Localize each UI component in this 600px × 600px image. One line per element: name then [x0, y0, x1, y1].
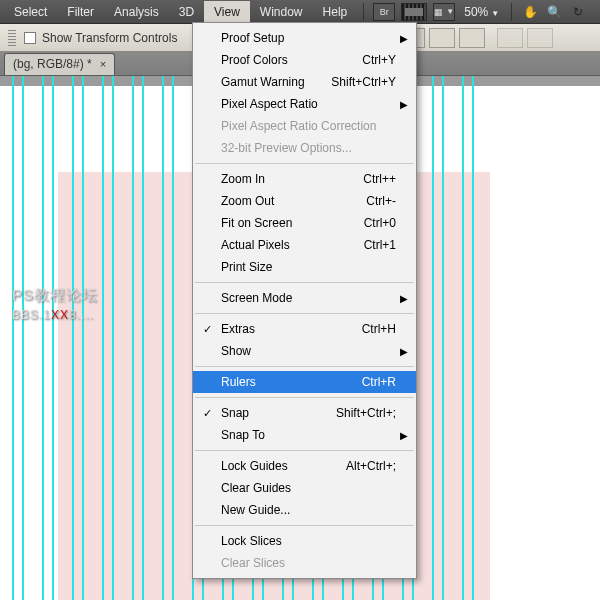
zoom-level[interactable]: 50%▼: [464, 5, 499, 19]
check-icon: ✓: [203, 323, 212, 336]
menu-item-32-bit-preview-options-: 32-bit Preview Options...: [193, 137, 416, 159]
guide-line: [462, 76, 464, 600]
zoom-tool-icon[interactable]: 🔍: [544, 3, 564, 21]
menu-shortcut: Shift+Ctrl+Y: [331, 75, 396, 89]
menu-item-rulers[interactable]: RulersCtrl+R: [193, 371, 416, 393]
guide-line: [112, 76, 114, 600]
menu-item-label: Lock Slices: [221, 534, 396, 548]
menu-divider: [195, 397, 414, 398]
menu-item-label: Clear Slices: [221, 556, 396, 570]
menu-analysis[interactable]: Analysis: [104, 1, 169, 23]
menu-item-proof-setup[interactable]: Proof Setup▶: [193, 27, 416, 49]
guide-line: [142, 76, 144, 600]
menu-item-label: Pixel Aspect Ratio Correction: [221, 119, 396, 133]
menu-item-gamut-warning[interactable]: Gamut WarningShift+Ctrl+Y: [193, 71, 416, 93]
menu-item-snap-to[interactable]: Snap To▶: [193, 424, 416, 446]
menu-item-label: Zoom Out: [221, 194, 366, 208]
view-menu-dropdown: Proof Setup▶Proof ColorsCtrl+YGamut Warn…: [192, 22, 417, 579]
menu-item-label: Fit on Screen: [221, 216, 364, 230]
document-tab[interactable]: (bg, RGB/8#) * ×: [4, 53, 115, 75]
align-button[interactable]: [459, 28, 485, 48]
distribute-button[interactable]: [527, 28, 553, 48]
menu-item-label: Extras: [221, 322, 362, 336]
guide-line: [22, 76, 24, 600]
watermark-line1: PS教程论坛: [12, 286, 98, 305]
menu-item-lock-guides[interactable]: Lock GuidesAlt+Ctrl+;: [193, 455, 416, 477]
menu-shortcut: Ctrl+-: [366, 194, 396, 208]
menu-select[interactable]: Select: [4, 1, 57, 23]
guide-line: [172, 76, 174, 600]
guide-line: [12, 76, 14, 600]
menu-bar: Select Filter Analysis 3D View Window He…: [0, 0, 600, 24]
menu-3d[interactable]: 3D: [169, 1, 204, 23]
mini-bridge-button[interactable]: [401, 3, 427, 21]
align-button[interactable]: [429, 28, 455, 48]
submenu-arrow-icon: ▶: [400, 430, 408, 441]
menu-item-lock-slices[interactable]: Lock Slices: [193, 530, 416, 552]
menu-filter[interactable]: Filter: [57, 1, 104, 23]
menu-help[interactable]: Help: [313, 1, 358, 23]
menu-window[interactable]: Window: [250, 1, 313, 23]
menu-divider: [195, 366, 414, 367]
menu-item-proof-colors[interactable]: Proof ColorsCtrl+Y: [193, 49, 416, 71]
guide-line: [442, 76, 444, 600]
menu-divider: [195, 282, 414, 283]
rotate-view-icon[interactable]: ↻: [568, 3, 588, 21]
guide-line: [432, 76, 434, 600]
menu-item-label: Screen Mode: [221, 291, 396, 305]
submenu-arrow-icon: ▶: [400, 293, 408, 304]
menu-item-print-size[interactable]: Print Size: [193, 256, 416, 278]
menu-shortcut: Alt+Ctrl+;: [346, 459, 396, 473]
check-icon: ✓: [203, 407, 212, 420]
distribute-button[interactable]: [497, 28, 523, 48]
submenu-arrow-icon: ▶: [400, 33, 408, 44]
menu-item-label: Clear Guides: [221, 481, 396, 495]
guide-line: [472, 76, 474, 600]
menu-view[interactable]: View: [204, 1, 250, 23]
menu-item-extras[interactable]: ✓ExtrasCtrl+H: [193, 318, 416, 340]
watermark-line2: BBS.1XX8....: [12, 305, 98, 322]
separator: [511, 3, 512, 21]
menu-item-show[interactable]: Show▶: [193, 340, 416, 362]
menu-divider: [195, 313, 414, 314]
menu-item-actual-pixels[interactable]: Actual PixelsCtrl+1: [193, 234, 416, 256]
guide-line: [72, 76, 74, 600]
guide-line: [42, 76, 44, 600]
menu-item-label: Snap To: [221, 428, 396, 442]
menu-shortcut: Ctrl+H: [362, 322, 396, 336]
menu-item-pixel-aspect-ratio[interactable]: Pixel Aspect Ratio▶: [193, 93, 416, 115]
menu-shortcut: Ctrl++: [363, 172, 396, 186]
menu-item-fit-on-screen[interactable]: Fit on ScreenCtrl+0: [193, 212, 416, 234]
menu-item-new-guide-[interactable]: New Guide...: [193, 499, 416, 521]
view-extras-button[interactable]: ▦▼: [433, 3, 455, 21]
tab-label: (bg, RGB/8#) *: [13, 57, 92, 71]
menu-item-label: Proof Setup: [221, 31, 396, 45]
watermark: PS教程论坛 BBS.1XX8....: [12, 286, 98, 322]
submenu-arrow-icon: ▶: [400, 99, 408, 110]
menu-item-label: Print Size: [221, 260, 396, 274]
show-transform-checkbox[interactable]: [24, 32, 36, 44]
menu-item-clear-guides[interactable]: Clear Guides: [193, 477, 416, 499]
bridge-button[interactable]: Br: [373, 3, 395, 21]
menu-item-screen-mode[interactable]: Screen Mode▶: [193, 287, 416, 309]
menu-item-label: Gamut Warning: [221, 75, 331, 89]
menu-shortcut: Ctrl+Y: [362, 53, 396, 67]
menu-item-label: New Guide...: [221, 503, 396, 517]
menu-shortcut: Ctrl+R: [362, 375, 396, 389]
tab-close-icon[interactable]: ×: [100, 58, 106, 70]
separator: [363, 3, 364, 21]
menu-item-label: Pixel Aspect Ratio: [221, 97, 396, 111]
menu-item-snap[interactable]: ✓SnapShift+Ctrl+;: [193, 402, 416, 424]
guide-line: [102, 76, 104, 600]
menu-item-zoom-in[interactable]: Zoom InCtrl++: [193, 168, 416, 190]
guide-line: [52, 76, 54, 600]
menu-divider: [195, 163, 414, 164]
menu-item-label: Lock Guides: [221, 459, 346, 473]
menu-item-zoom-out[interactable]: Zoom OutCtrl+-: [193, 190, 416, 212]
hand-tool-icon[interactable]: ✋: [520, 3, 540, 21]
guide-line: [162, 76, 164, 600]
menu-divider: [195, 525, 414, 526]
menu-shortcut: Ctrl+0: [364, 216, 396, 230]
menu-item-label: Proof Colors: [221, 53, 362, 67]
menu-item-label: Snap: [221, 406, 336, 420]
